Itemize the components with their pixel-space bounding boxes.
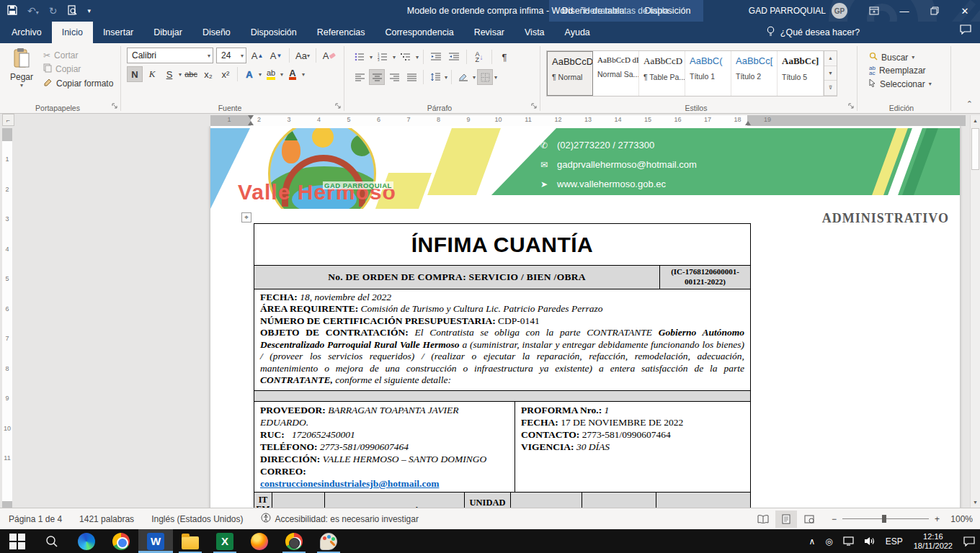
estilos-dialog-launcher[interactable] bbox=[848, 99, 855, 112]
zoom-in-button[interactable]: + bbox=[935, 514, 940, 524]
clear-formatting-button[interactable]: A bbox=[321, 48, 337, 63]
collapse-ribbon-icon[interactable]: ⌃ bbox=[966, 99, 973, 109]
style-normal-sa[interactable]: AaBbCcD dENormal Sa... bbox=[593, 51, 639, 96]
grow-font-button[interactable]: A▲ bbox=[249, 48, 265, 63]
accessibility-status[interactable]: Accesibilidad: es necesario investigar bbox=[252, 513, 427, 525]
strikethrough-button[interactable]: abc bbox=[183, 66, 199, 82]
tab-diseno[interactable]: Diseño bbox=[192, 22, 241, 43]
justify-button[interactable] bbox=[404, 69, 419, 85]
select-button[interactable]: Seleccionar▾ bbox=[866, 77, 948, 91]
email-link[interactable]: construccionesindustrialesjb@hotmail.com bbox=[260, 478, 439, 489]
ribbon-display-options-icon[interactable] bbox=[859, 0, 889, 22]
scroll-up-arrow[interactable]: ▲ bbox=[971, 115, 980, 126]
restore-button[interactable] bbox=[919, 0, 950, 22]
taskbar-word[interactable]: W bbox=[138, 529, 173, 553]
sort-button[interactable]: AZ↓ bbox=[471, 49, 487, 65]
right-indent-marker[interactable] bbox=[745, 121, 751, 125]
tab-ayuda[interactable]: Ayuda bbox=[555, 22, 600, 43]
tab-dibujar[interactable]: Dibujar bbox=[143, 22, 192, 43]
align-right-button[interactable] bbox=[386, 69, 402, 85]
print-layout-button[interactable] bbox=[775, 511, 797, 528]
taskbar-search-button[interactable] bbox=[35, 529, 69, 553]
taskbar-explorer[interactable] bbox=[173, 529, 208, 553]
style-titulo-5[interactable]: AaBbCc]Título 5 bbox=[778, 51, 824, 96]
highlight-menu[interactable]: ▾ bbox=[280, 71, 283, 78]
tab-referencias[interactable]: Referencias bbox=[307, 22, 375, 43]
italic-button[interactable]: K bbox=[144, 66, 160, 82]
tab-correspondencia[interactable]: Correspondencia bbox=[375, 22, 463, 43]
tab-revisar[interactable]: Revisar bbox=[464, 22, 514, 43]
numbering-button[interactable]: 123 bbox=[375, 49, 391, 65]
replace-button[interactable]: abacReemplazar bbox=[866, 64, 948, 77]
taskbar-firefox[interactable] bbox=[242, 529, 277, 553]
tray-chevron-icon[interactable]: ∧ bbox=[803, 536, 820, 547]
tab-selector[interactable]: ⌐ bbox=[2, 114, 14, 126]
page-indicator[interactable]: Página 1 de 4 bbox=[0, 514, 71, 524]
save-icon[interactable] bbox=[7, 5, 17, 17]
tray-language[interactable]: ESP bbox=[881, 536, 908, 547]
shading-button[interactable] bbox=[455, 69, 471, 85]
tray-clock[interactable]: 12:1618/11/2022 bbox=[908, 532, 958, 551]
superscript-button[interactable]: x² bbox=[218, 66, 233, 82]
borders-button[interactable] bbox=[477, 69, 493, 85]
read-mode-button[interactable] bbox=[752, 511, 774, 528]
underline-menu[interactable]: ▾ bbox=[179, 71, 182, 78]
font-size-select[interactable]: 24▾ bbox=[216, 48, 246, 63]
cut-button[interactable]: ✂Cortar bbox=[40, 49, 116, 62]
align-left-button[interactable] bbox=[352, 69, 368, 85]
fuente-dialog-launcher[interactable] bbox=[335, 99, 342, 112]
action-center-icon[interactable] bbox=[958, 536, 980, 547]
style-table-pa[interactable]: AaBbCcD¶ Table Pa... bbox=[639, 51, 685, 96]
parrafo-dialog-launcher[interactable] bbox=[531, 99, 538, 112]
text-effects-menu[interactable]: ▾ bbox=[259, 71, 262, 78]
tab-vista[interactable]: Vista bbox=[514, 22, 555, 43]
first-line-indent-marker[interactable] bbox=[248, 115, 254, 120]
shrink-font-button[interactable]: A▼ bbox=[268, 48, 284, 63]
tray-network-icon[interactable] bbox=[838, 536, 859, 546]
tray-volume-icon[interactable] bbox=[859, 536, 881, 546]
increase-indent-button[interactable] bbox=[446, 49, 462, 65]
language-indicator[interactable]: Inglés (Estados Unidos) bbox=[143, 514, 251, 524]
copy-button[interactable]: Copiar bbox=[40, 62, 116, 76]
taskbar-chrome-profile[interactable] bbox=[277, 529, 311, 553]
undo-icon[interactable]: ↶▾ bbox=[27, 6, 39, 16]
bullets-button[interactable] bbox=[352, 49, 368, 65]
style-titulo-2[interactable]: AaBbCc[Título 2 bbox=[731, 51, 778, 96]
vertical-scrollbar[interactable]: ▲ ▼ bbox=[970, 115, 980, 508]
text-effects-button[interactable]: A bbox=[241, 66, 257, 82]
tab-archivo[interactable]: Archivo bbox=[1, 22, 52, 43]
tab-inicio[interactable]: Inicio bbox=[52, 22, 93, 43]
tab-insertar[interactable]: Insertar bbox=[93, 22, 143, 43]
purchase-order-form[interactable]: ÍNFIMA CUANTÍA No. DE ORDEN DE COMPRA: S… bbox=[254, 223, 751, 508]
document-page[interactable]: ✆(02)2773220 / 2773300 ✉gadprvallehermos… bbox=[210, 126, 960, 508]
vertical-ruler[interactable]: 1234567891011 bbox=[2, 128, 12, 508]
styles-scroll-up[interactable]: ▲ bbox=[824, 51, 837, 66]
style-titulo-1[interactable]: AaBbC(Título 1 bbox=[685, 51, 731, 96]
styles-scroll-down[interactable]: ▼ bbox=[824, 66, 837, 81]
line-spacing-menu[interactable]: ▾ bbox=[445, 74, 447, 81]
underline-button[interactable]: S bbox=[161, 66, 177, 82]
word-count[interactable]: 1421 palabras bbox=[71, 514, 143, 524]
style-normal[interactable]: AaBbCcDc¶ Normal bbox=[547, 51, 593, 96]
subscript-button[interactable]: x₂ bbox=[200, 66, 216, 82]
feedback-icon[interactable] bbox=[960, 24, 971, 37]
taskbar-paint[interactable] bbox=[311, 529, 346, 553]
zoom-out-button[interactable]: − bbox=[832, 514, 837, 524]
shading-menu[interactable]: ▾ bbox=[473, 74, 476, 81]
line-spacing-button[interactable] bbox=[427, 69, 443, 85]
start-button[interactable] bbox=[0, 529, 35, 553]
taskbar-edge[interactable] bbox=[69, 529, 104, 553]
styles-more-button[interactable]: ⊽ bbox=[824, 81, 837, 96]
borders-menu[interactable]: ▾ bbox=[494, 74, 497, 81]
multilevel-list-button[interactable] bbox=[398, 49, 414, 65]
zoom-percentage[interactable]: 100% bbox=[945, 514, 973, 524]
tab-disposicion[interactable]: Disposición bbox=[241, 22, 307, 43]
highlight-button[interactable]: ab bbox=[263, 66, 279, 82]
multilevel-menu[interactable]: ▾ bbox=[416, 54, 419, 60]
account-avatar[interactable]: GP bbox=[832, 3, 847, 19]
redo-icon[interactable]: ↻ bbox=[49, 6, 58, 16]
table-move-handle[interactable]: ⌖ bbox=[241, 212, 251, 222]
zoom-slider[interactable] bbox=[842, 518, 929, 519]
zoom-slider-thumb[interactable] bbox=[882, 515, 886, 523]
portapapeles-dialog-launcher[interactable] bbox=[112, 99, 118, 112]
